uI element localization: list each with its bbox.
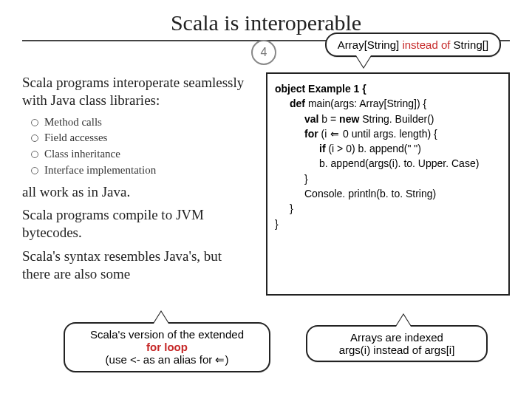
slide: Scala is interoperable 4 Scala programs … (0, 0, 532, 399)
paragraph-4: Scala's syntax resembles Java's, but the… (22, 248, 251, 283)
code-text: (i (318, 128, 330, 140)
list-item: Interface implementation (31, 163, 251, 177)
code-text: String. Builder() (359, 113, 434, 125)
page-number-circle: 4 (251, 40, 276, 65)
kw-object: object Example 1 { (275, 83, 366, 95)
callout-text: Scala's version of the extended (72, 328, 262, 341)
list-item: Field accesses (31, 131, 251, 145)
kw-for: for (304, 128, 318, 140)
paragraph-1: Scala programs interoperate seamlessly w… (22, 74, 251, 109)
callout-array-string: Array[String] instead of String[] (325, 33, 501, 57)
kw-if: if (319, 143, 326, 154)
callout-text: Array[String] (338, 38, 403, 51)
callout-tail-icon (396, 315, 411, 327)
callout-tail-icon (154, 312, 168, 324)
paragraph-2: all work as in Java. (22, 183, 251, 201)
list-item: Method calls (31, 115, 251, 129)
code-text: } (304, 173, 308, 185)
code-text: (i > 0) b. append(" ") (326, 143, 421, 154)
paragraph-3: Scala programs compile to JVM bytecodes. (22, 206, 251, 242)
code-text: b. append(args(i). to. Upper. Case) (319, 157, 479, 169)
callout-text-red: instead of (402, 38, 450, 51)
code-text: main(args: Array[String]) { (305, 98, 426, 109)
slide-title: Scala is interoperable (22, 10, 510, 35)
callout-tail-icon (356, 55, 371, 67)
callout-text: String[] (450, 38, 488, 51)
callout-text: (use <- as an alias for ⇐) (72, 353, 262, 366)
callout-arrays-indexed: Arrays are indexed args(i) instead of ar… (306, 325, 488, 362)
code-text: Console. println(b. to. String) (304, 188, 436, 200)
callout-text-red: for loop (146, 341, 188, 353)
code-text: b = (318, 113, 339, 125)
kw-val: val (304, 113, 318, 125)
code-text: } (275, 218, 279, 230)
list-item: Class inheritance (31, 147, 251, 161)
left-arrow-icon: ⇐ (330, 126, 340, 141)
left-column: Scala programs interoperate seamlessly w… (22, 74, 251, 288)
bullet-list: Method calls Field accesses Class inheri… (31, 115, 251, 177)
code-block: object Example 1 { def main(args: Array[… (266, 72, 510, 296)
code-text: 0 until args. length) { (340, 128, 437, 140)
kw-def: def (290, 98, 305, 109)
callout-text: args(i) instead of args[i] (315, 344, 479, 356)
callout-text: Arrays are indexed (315, 331, 479, 344)
code-text: } (290, 202, 293, 214)
kw-new: new (339, 113, 359, 125)
callout-for-loop: Scala's version of the extended for loop… (64, 322, 270, 372)
